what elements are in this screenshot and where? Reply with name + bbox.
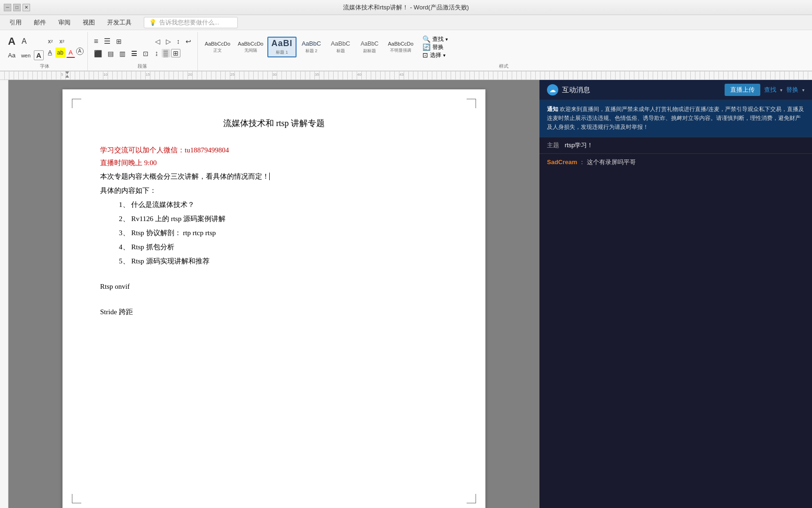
doc-section-2: Stride 跨距 xyxy=(100,305,448,319)
panel-icon: ☁ xyxy=(547,84,558,95)
page-corner-tl xyxy=(72,99,81,108)
page-corner-br xyxy=(467,494,476,503)
font-group-label: 字体 xyxy=(6,61,84,70)
border-btn[interactable]: ⊞ xyxy=(171,49,180,57)
document-page: 流媒体技术和 rtsp 讲解专题 学习交流可以加个人微信：tu188794998… xyxy=(62,89,485,508)
style-heading2-preview: AaBbC xyxy=(302,40,321,47)
doc-list-item-3: 3、 Rtsp 协议解剖： rtp rtcp rtsp xyxy=(100,226,448,240)
style-no-spacing-preview: AaBbCcDo xyxy=(238,41,263,47)
ribbon-toolbar: A A Aa wen A x2 x2 A ab A A xyxy=(0,30,812,71)
right-panel: ☁ 互动消息 直播上传 查找 ▾ 替换 ▾ 通知 欢迎来到直播间，直播间严禁未成… xyxy=(539,80,812,508)
style-heading1-preview: AaBl xyxy=(271,39,292,48)
panel-title: ☁ 互动消息 xyxy=(547,84,590,95)
doc-time-line: 直播时间晚上 9:00 xyxy=(100,157,448,169)
search-placeholder: 告诉我您想要做什么... xyxy=(159,18,219,27)
ribbon-tabs: 引用 邮件 审阅 视图 开发工具 💡 告诉我您想要做什么... xyxy=(0,15,812,30)
title-bar: ─ □ ✕ 流媒体技术和rtsp讲解！ - Word(产品激活失败) xyxy=(0,0,812,15)
page-corner-tr xyxy=(467,99,476,108)
tab-mail[interactable]: 邮件 xyxy=(28,15,52,30)
paragraph-group-label: 段落 xyxy=(92,61,194,70)
font-aa-btn[interactable]: Aa xyxy=(6,50,18,60)
vertical-ruler xyxy=(0,80,8,508)
style-heading[interactable]: AaBbC 标题 xyxy=(327,39,355,56)
font-color-btn[interactable]: A xyxy=(66,48,75,58)
font-size-large-btn[interactable]: A xyxy=(6,34,18,49)
notice-label: 通知 xyxy=(547,106,558,112)
align-right-btn[interactable]: ▥ xyxy=(117,48,128,59)
chat-topic: 主题 rtsp学习！ xyxy=(539,137,812,154)
document-area[interactable]: 流媒体技术和 rtsp 讲解专题 学习交流可以加个人微信：tu188794998… xyxy=(8,80,539,508)
tab-dev[interactable]: 开发工具 xyxy=(102,15,137,30)
style-subtle-emphasis[interactable]: AaBbCcDo 不明显强调 xyxy=(385,40,417,55)
doc-intro: 本次专题内容大概会分三次讲解，看具体的情况而定！ xyxy=(100,169,448,183)
show-marks-btn[interactable]: ↩ xyxy=(183,36,194,47)
style-heading2[interactable]: AaBbC 标题 2 xyxy=(297,39,326,56)
doc-wechat-line: 学习交流可以加个人微信：tu18879499804 xyxy=(100,144,448,157)
doc-list-item-5: 5、 Rtsp 源码实现讲解和推荐 xyxy=(100,254,448,268)
topic-value: rtsp学习！ xyxy=(565,142,593,149)
font-highlight-btn[interactable]: ab xyxy=(55,48,65,58)
sort-btn[interactable]: ↕ xyxy=(174,36,182,47)
doc-section-1: Rtsp onvif xyxy=(100,279,448,294)
close-btn[interactable]: ✕ xyxy=(23,4,30,11)
style-heading-preview: AaBbC xyxy=(331,40,350,47)
chat-colon-1: ： xyxy=(579,159,585,166)
find-label: 查找 xyxy=(432,35,444,43)
tab-review[interactable]: 审阅 xyxy=(53,15,76,30)
window-controls[interactable]: ─ □ ✕ xyxy=(4,4,30,11)
panel-replace-link[interactable]: 替换 xyxy=(786,86,798,94)
ruler-scale: 5 10 15 20 25 30 35 40 43 xyxy=(0,71,812,79)
style-subtitle[interactable]: AaBbC 副标题 xyxy=(356,39,384,56)
multilevel-list-btn[interactable]: ⊞ xyxy=(114,36,124,47)
font-controls: A A Aa wen A x2 x2 A ab A A xyxy=(6,33,84,61)
style-heading-label: 标题 xyxy=(336,48,345,54)
minimize-btn[interactable]: ─ xyxy=(4,4,11,11)
doc-list-item-4: 4、 Rtsp 抓包分析 xyxy=(100,240,448,254)
ribbon-group-font: A A Aa wen A x2 x2 A ab A A xyxy=(2,32,88,71)
bullet-list-btn[interactable]: ≡ xyxy=(92,36,101,47)
line-spacing-btn[interactable]: ↨ xyxy=(153,48,161,58)
select-label: 选择 xyxy=(430,51,441,59)
numbered-list-btn[interactable]: ☰ xyxy=(102,35,113,47)
chat-messages: SadCream ： 这个有录屏吗平哥 xyxy=(539,154,812,508)
window-title: 流媒体技术和rtsp讲解！ - Word(产品激活失败) xyxy=(343,3,469,12)
font-circle-btn[interactable]: A xyxy=(76,48,84,55)
find-icon: 🔍 xyxy=(422,35,430,43)
doc-intro-text: 本次专题内容大概会分三次讲解，看具体的情况而定！ xyxy=(100,173,269,180)
style-normal[interactable]: AaBbCcDo 正文 xyxy=(202,40,234,55)
font-wen-btn[interactable]: wen xyxy=(19,51,33,60)
select-btn[interactable]: ⊡ 选择 ▾ xyxy=(422,51,456,59)
font-style-btn[interactable]: A xyxy=(34,50,44,60)
shading-btn[interactable]: ▒ xyxy=(162,49,170,57)
indent-btn[interactable]: ⊡ xyxy=(141,48,151,59)
superscript-btn[interactable]: x2 xyxy=(46,37,55,46)
styles-list: AaBbCcDo 正文 AaBbCcDo 无间隔 AaBl 标题 1 AaBbC… xyxy=(202,37,417,57)
font-size-small-btn[interactable]: A xyxy=(19,36,29,47)
style-no-spacing[interactable]: AaBbCcDo 无间隔 xyxy=(234,40,266,55)
maximize-btn[interactable]: □ xyxy=(13,4,21,11)
align-left-btn[interactable]: ⬛ xyxy=(92,48,104,59)
main-area: 流媒体技术和 rtsp 讲解专题 学习交流可以加个人微信：tu188794998… xyxy=(0,80,812,508)
panel-replace-chevron: ▾ xyxy=(802,87,804,93)
chat-message-1: SadCream ： 这个有录屏吗平哥 xyxy=(547,158,804,167)
live-upload-btn[interactable]: 直播上传 xyxy=(725,84,760,96)
subscript-btn[interactable]: x2 xyxy=(57,37,66,46)
justify-btn[interactable]: ☰ xyxy=(129,48,140,59)
ribbon-group-paragraph: ≡ ☰ ⊞ ⬛ ▤ ▥ ☰ ⊡ ◁ ▷ ↕ ↩ xyxy=(88,32,198,71)
tab-cite[interactable]: 引用 xyxy=(4,15,27,30)
font-color-underline-btn[interactable]: A xyxy=(46,48,55,58)
indent-less-btn[interactable]: ◁ xyxy=(153,36,163,47)
indent-more-btn[interactable]: ▷ xyxy=(164,36,173,47)
ribbon-search[interactable]: 💡 告诉我您想要做什么... xyxy=(144,17,238,28)
tab-view[interactable]: 视图 xyxy=(77,15,101,30)
topic-label: 主题 xyxy=(547,142,559,149)
style-heading1[interactable]: AaBl 标题 1 xyxy=(267,37,296,57)
replace-icon: 🔄 xyxy=(422,43,430,51)
find-btn[interactable]: 🔍 查找 ▾ xyxy=(422,35,456,43)
doc-content-label: 具体的内容如下： xyxy=(100,183,448,198)
panel-actions[interactable]: 直播上传 查找 ▾ 替换 ▾ xyxy=(725,84,804,96)
panel-find-link[interactable]: 查找 xyxy=(764,86,776,94)
replace-btn[interactable]: 🔄 替换 xyxy=(422,43,456,51)
align-center-btn[interactable]: ▤ xyxy=(105,48,116,59)
notice-text: 欢迎来到直播间，直播间严禁未成年人打赏礼物或进行直播/连麦，严禁引导观众私下交易… xyxy=(547,106,804,130)
